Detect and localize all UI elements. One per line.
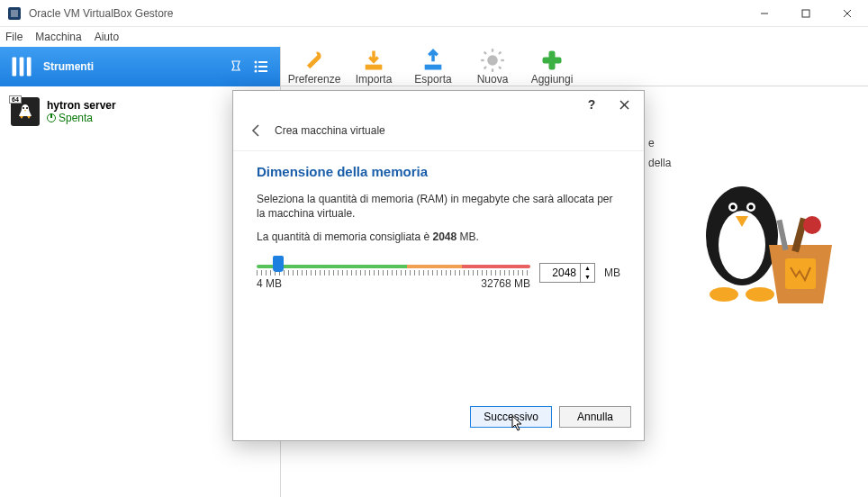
minimize-button[interactable]	[744, 0, 785, 27]
next-button[interactable]: Successivo	[470, 406, 552, 428]
svg-rect-8	[27, 58, 32, 77]
menu-help[interactable]: Aiuto	[95, 31, 119, 43]
vm-state: Spenta	[59, 112, 93, 124]
toolbar-new[interactable]: Nuova	[466, 48, 519, 86]
svg-line-27	[499, 52, 501, 54]
svg-line-25	[499, 67, 501, 68]
svg-rect-1	[11, 10, 18, 17]
wrench-icon	[302, 48, 327, 73]
welcome-fragment: della	[648, 157, 671, 169]
app-logo-icon	[7, 6, 22, 21]
maximize-button[interactable]	[785, 0, 827, 27]
slider-max-label: 32768 MB	[481, 277, 530, 290]
svg-rect-3	[802, 10, 809, 17]
svg-rect-7	[20, 58, 24, 77]
vm-name: hytron server	[47, 99, 116, 112]
svg-point-15	[23, 107, 24, 109]
svg-rect-12	[258, 66, 267, 68]
memory-unit: MB	[604, 267, 620, 279]
toolbar-preferences[interactable]: Preferenze	[288, 48, 340, 86]
power-icon	[47, 113, 56, 122]
svg-point-33	[731, 205, 736, 210]
dialog-close-button[interactable]	[608, 92, 640, 117]
import-icon	[361, 48, 386, 73]
export-icon	[420, 48, 446, 73]
svg-point-13	[255, 70, 258, 73]
tools-icon	[9, 54, 34, 79]
memory-slider[interactable]: 4 MB 32768 MB	[257, 256, 530, 290]
close-button[interactable]	[827, 0, 868, 27]
svg-rect-18	[425, 65, 442, 70]
plus-icon	[539, 48, 565, 73]
arch-badge: 64	[9, 95, 22, 104]
svg-rect-6	[13, 58, 17, 77]
svg-point-11	[255, 66, 258, 68]
slider-min-label: 4 MB	[257, 277, 282, 290]
svg-rect-29	[543, 58, 562, 64]
pin-icon[interactable]	[226, 57, 246, 77]
toolbar-import[interactable]: Importa	[348, 48, 400, 86]
svg-point-36	[710, 287, 738, 302]
step-heading: Dimensione della memoria	[257, 164, 620, 179]
list-icon[interactable]	[251, 57, 271, 77]
tools-header[interactable]: Strumenti	[0, 47, 280, 86]
create-vm-dialog: ? Crea macchina virtuale Dimensione dell…	[232, 90, 645, 441]
dialog-help-button[interactable]: ?	[575, 92, 608, 117]
svg-line-24	[484, 52, 486, 54]
menu-machine[interactable]: Macchina	[35, 31, 81, 43]
welcome-fragment: e	[648, 137, 655, 149]
spin-down-button[interactable]: ▼	[581, 273, 594, 282]
back-arrow-icon[interactable]	[249, 123, 264, 138]
recommended-text: La quantità di memoria consigliata è 204…	[257, 230, 620, 244]
welcome-illustration	[679, 155, 841, 317]
svg-point-16	[26, 107, 28, 109]
sun-icon	[480, 48, 505, 73]
svg-point-9	[255, 61, 258, 64]
toolbar-add[interactable]: Aggiungi	[526, 48, 578, 86]
svg-rect-14	[258, 70, 267, 72]
slider-thumb[interactable]	[273, 256, 284, 272]
svg-rect-10	[258, 61, 267, 63]
svg-point-40	[803, 216, 821, 234]
memory-spinbox[interactable]: ▲ ▼	[539, 263, 595, 283]
menu-file[interactable]: File	[5, 31, 23, 43]
wizard-title: Crea macchina virtuale	[275, 124, 385, 137]
vm-os-icon: 64	[11, 97, 40, 126]
svg-point-19	[487, 55, 498, 66]
tools-label: Strumenti	[43, 60, 94, 73]
step-description: Seleziona la quantità di memoria (RAM) i…	[257, 192, 620, 221]
memory-input[interactable]	[540, 267, 580, 279]
toolbar-export[interactable]: Esporta	[407, 48, 459, 86]
svg-rect-17	[366, 65, 383, 70]
svg-line-26	[484, 67, 486, 68]
cancel-button[interactable]: Annulla	[559, 406, 631, 428]
svg-point-35	[749, 205, 754, 210]
spin-up-button[interactable]: ▲	[581, 264, 594, 273]
window-title: Oracle VM VirtualBox Gestore	[29, 7, 744, 20]
svg-point-37	[746, 287, 774, 302]
